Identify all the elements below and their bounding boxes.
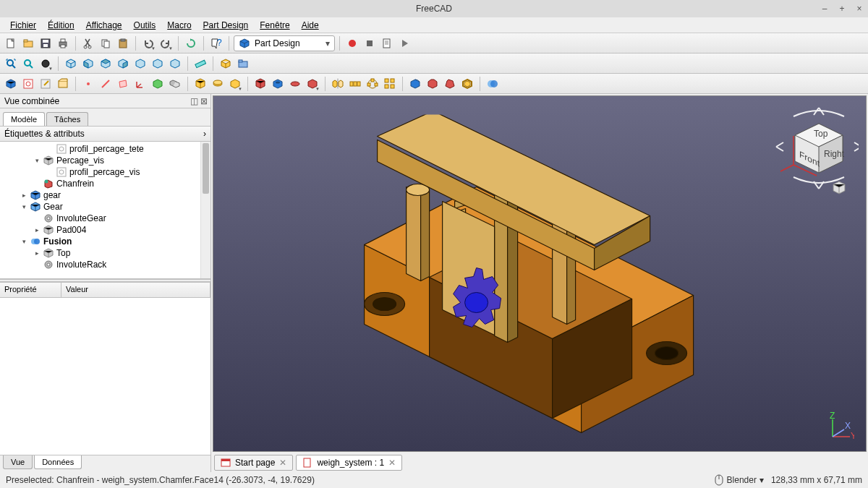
copy-button[interactable] <box>98 35 114 51</box>
maximize-button[interactable]: + <box>833 0 851 17</box>
macro-stop-button[interactable] <box>362 35 378 51</box>
property-col-2[interactable]: Valeur <box>61 282 210 298</box>
tab-data[interactable]: Données <box>34 455 82 469</box>
tree-item-top[interactable]: ▸Top <box>0 247 210 259</box>
tree-item-chanfrein[interactable]: Chanfrein <box>0 178 210 189</box>
pd-datum-plane-button[interactable] <box>115 76 131 92</box>
view-iso-button[interactable] <box>63 56 79 72</box>
pd-revolution-button[interactable] <box>210 76 226 92</box>
pd-boolean-button[interactable] <box>485 76 501 92</box>
tab-model[interactable]: Modèle <box>3 112 45 126</box>
workbench-selector[interactable]: Part Design ▾ <box>234 35 335 51</box>
view-left-button[interactable] <box>167 56 183 72</box>
print-button[interactable] <box>55 35 71 51</box>
pd-multitransform-button[interactable] <box>382 76 398 92</box>
pd-map-sketch-button[interactable] <box>55 76 71 92</box>
save-document-button[interactable] <box>38 35 54 51</box>
view-right-button[interactable] <box>115 56 131 72</box>
pd-additive-loft-button[interactable]: ▼ <box>227 76 243 92</box>
pd-new-sketch-button[interactable] <box>20 76 36 92</box>
view-top-button[interactable] <box>98 56 114 72</box>
whatsthis-button[interactable]: ? <box>208 35 224 51</box>
pd-datum-point-button[interactable] <box>80 76 96 92</box>
draw-style-button[interactable]: ▼ <box>38 56 54 72</box>
nav-cube-mini[interactable] <box>831 180 847 196</box>
fit-all-button[interactable] <box>3 56 19 72</box>
menu-affichage[interactable]: Affichage <box>80 19 128 32</box>
menu-fenetre[interactable]: Fenêtre <box>254 19 295 32</box>
menubar: Fichier Édition Affichage Outils Macro P… <box>0 17 868 33</box>
tab-tasks[interactable]: Tâches <box>46 112 88 126</box>
tab-view[interactable]: Vue <box>3 455 33 469</box>
tree-item-involutegear[interactable]: InvoluteGear <box>0 213 210 224</box>
fit-selection-button[interactable] <box>20 56 36 72</box>
pd-chamfer-button[interactable] <box>425 76 441 92</box>
view-bottom-button[interactable] <box>150 56 166 72</box>
pd-sub-loft-button[interactable]: ▼ <box>305 76 320 92</box>
svg-text:Z: Z <box>830 412 835 421</box>
tree-item-profil-percage-vis[interactable]: profil_percage_vis <box>0 166 210 178</box>
tree-item-gear[interactable]: ▾Gear <box>0 201 210 213</box>
pd-datum-line-button[interactable] <box>98 76 114 92</box>
model-tree[interactable]: profil_percage_tete▾Percage_visprofil_pe… <box>0 142 210 279</box>
panel-title: Vue combinée <box>4 96 59 106</box>
panel-close-button[interactable]: ⊠ <box>199 96 209 106</box>
undo-button[interactable]: ▼ <box>140 35 156 51</box>
tree-item-percage-vis[interactable]: ▾Percage_vis <box>0 155 210 166</box>
tree-item-pad004[interactable]: ▸Pad004 <box>0 224 210 236</box>
minimize-button[interactable]: – <box>816 0 833 17</box>
panel-float-button[interactable]: ◫ <box>189 96 199 106</box>
pd-clone-button[interactable] <box>167 76 183 92</box>
pd-pad-button[interactable] <box>192 76 208 92</box>
view-rear-button[interactable] <box>132 56 148 72</box>
macro-play-button[interactable] <box>396 35 412 51</box>
tree-item-profil-percage-tete[interactable]: profil_percage_tete <box>0 143 210 155</box>
create-part-button[interactable] <box>218 56 234 72</box>
redo-button[interactable]: ▼ <box>158 35 174 51</box>
pd-fillet-button[interactable] <box>407 76 423 92</box>
pd-mirror-button[interactable] <box>330 76 346 92</box>
pd-shapebinder-button[interactable] <box>150 76 166 92</box>
nav-style-selector[interactable]: Blender ▾ <box>714 474 764 487</box>
tree-item-involuterack[interactable]: InvoluteRack <box>0 259 210 270</box>
3d-viewport[interactable]: Top Front Right Z Y X <box>213 95 867 452</box>
tab-close-icon[interactable]: ✕ <box>279 458 286 468</box>
menu-fichier[interactable]: Fichier <box>4 19 42 32</box>
macro-record-button[interactable] <box>344 35 360 51</box>
pd-pocket-button[interactable] <box>252 76 268 92</box>
refresh-button[interactable] <box>183 35 199 51</box>
tree-item-gear[interactable]: ▸gear <box>0 189 210 201</box>
view-front-button[interactable] <box>80 56 96 72</box>
paste-button[interactable] <box>115 35 131 51</box>
tree-header[interactable]: Étiquettes & attributs› <box>0 126 210 142</box>
doc-tab-start[interactable]: Start page✕ <box>214 455 293 471</box>
pd-datum-cs-button[interactable] <box>132 76 148 92</box>
close-button[interactable]: × <box>851 0 868 17</box>
cut-button[interactable] <box>80 35 96 51</box>
menu-macro[interactable]: Macro <box>161 19 197 32</box>
nav-cube[interactable]: Top Front Right <box>772 103 859 190</box>
menu-aide[interactable]: Aide <box>296 19 325 32</box>
tree-scrollbar[interactable] <box>200 142 210 278</box>
menu-partdesign[interactable]: Part Design <box>197 19 255 32</box>
svg-rect-17 <box>367 40 373 46</box>
create-group-button[interactable] <box>235 56 251 72</box>
tree-item-fusion[interactable]: ▾Fusion <box>0 236 210 247</box>
pd-polar-pattern-button[interactable] <box>365 76 380 92</box>
pd-draft-button[interactable] <box>442 76 458 92</box>
measure-button[interactable] <box>192 56 208 72</box>
pd-groove-button[interactable] <box>287 76 303 92</box>
svg-point-29 <box>87 82 90 85</box>
pd-thickness-button[interactable] <box>459 76 475 92</box>
pd-hole-button[interactable] <box>270 76 286 92</box>
property-col-1[interactable]: Propriété <box>0 282 61 298</box>
pd-linear-pattern-button[interactable] <box>347 76 363 92</box>
open-document-button[interactable] <box>20 35 36 51</box>
pd-edit-sketch-button[interactable] <box>38 76 54 92</box>
menu-edition[interactable]: Édition <box>42 19 80 32</box>
new-document-button[interactable] <box>3 35 19 51</box>
macro-edit-button[interactable] <box>379 35 395 51</box>
svg-point-20 <box>25 60 30 66</box>
menu-outils[interactable]: Outils <box>128 19 162 32</box>
pd-body-button[interactable] <box>3 76 19 92</box>
